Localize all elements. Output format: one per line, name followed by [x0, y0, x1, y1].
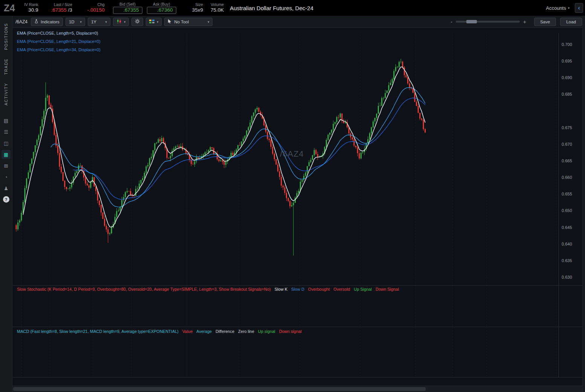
chart-settings-button[interactable] — [131, 18, 143, 26]
range-value: 1Y — [91, 20, 96, 24]
horizontal-scrollbar[interactable] — [12, 386, 585, 392]
indicators-button[interactable]: Indicators — [31, 18, 63, 26]
sidebar-tab-trade[interactable]: TRADE — [4, 58, 8, 75]
chevron-down-icon: ▾ — [568, 6, 570, 10]
symbol-expiry: Z4 — [4, 3, 15, 13]
zoom-slider[interactable] — [456, 21, 520, 23]
zoom-in-button[interactable]: + — [523, 19, 526, 25]
svg-text:0.675: 0.675 — [562, 125, 572, 130]
svg-text:0.690: 0.690 — [562, 75, 572, 80]
chevron-left-icon: ‹ — [578, 4, 580, 12]
svg-text:0.665: 0.665 — [562, 159, 572, 163]
svg-text:0.640: 0.640 — [562, 242, 572, 246]
bid-field: Bid (Sell) .67355 — [113, 2, 142, 14]
svg-text:0.650: 0.650 — [562, 208, 572, 213]
chevron-down-icon: ▾ — [208, 20, 209, 24]
accounts-menu[interactable]: Accounts ▾ — [546, 5, 570, 11]
volume-label: Volume — [211, 2, 224, 7]
chevron-down-icon: ▾ — [105, 20, 107, 24]
iv-rank-field: IV Rank 30.9 — [24, 2, 38, 14]
chart-toolbar: /6AZ4 Indicators 1D ▾ 1Y ▾ — [12, 16, 585, 28]
last-size-field: Last / Size .67355 /3 — [51, 2, 72, 14]
chart-region: 0.6300.6350.6400.6450.6500.6550.6600.665… — [12, 28, 585, 392]
timeframe-value: 1D — [69, 20, 75, 24]
chevron-down-icon: ▾ — [80, 20, 82, 24]
chart-type-dropdown[interactable]: ▾ — [113, 18, 129, 26]
active-tool-label: No Tool — [174, 20, 189, 24]
settings-gear-icon — [135, 19, 140, 24]
indicators-flask-icon — [34, 19, 38, 24]
iv-rank-value: 30.9 — [28, 7, 38, 14]
iv-rank-label: IV Rank — [24, 2, 38, 7]
ask-label: Ask (Buy) — [153, 2, 170, 7]
last-size-label: Last / Size — [54, 2, 72, 7]
chevron-down-icon: ▾ — [157, 20, 158, 24]
bid-button[interactable]: .67355 — [113, 7, 142, 14]
change-label: Chg — [97, 2, 104, 7]
indicators-label: Indicators — [41, 20, 60, 24]
toolbar-symbol: /6AZ4 — [15, 19, 27, 24]
accounts-label: Accounts — [546, 5, 566, 11]
volume-value: 75.0K — [211, 7, 224, 14]
news-icon[interactable]: ▤ — [2, 116, 11, 125]
trading-platform: /6AZ4 IV Rank 30.9 Last / Size .67355 /3… — [0, 0, 585, 392]
last-value: .67355 — [51, 7, 67, 13]
sidebar-tab-positions[interactable]: POSITIONS — [4, 23, 8, 50]
bid-label: Bid (Sell) — [119, 2, 136, 7]
volume-field: Volume 75.0K — [211, 2, 224, 14]
zoom-slider-thumb[interactable] — [466, 20, 477, 23]
watchlist-icon[interactable]: ☰ — [2, 127, 11, 136]
size-value: 35x9 — [192, 7, 203, 14]
people-icon[interactable]: ♟ — [2, 184, 11, 193]
instrument-title: Australian Dollar Futures, Dec-24 — [230, 5, 313, 11]
horizontal-scrollbar-thumb[interactable] — [13, 387, 426, 391]
ask-field: Ask (Buy) .67360 — [147, 2, 176, 14]
candlestick-chart-icon — [116, 19, 122, 24]
sidebar-tabs: POSITIONSTRADEACTIVITY — [4, 19, 8, 110]
range-dropdown[interactable]: 1Y ▾ — [88, 18, 110, 26]
svg-text:0.670: 0.670 — [562, 142, 572, 146]
change-field: Chg -.00150 — [87, 2, 105, 14]
sidebar-icons: ▤☰◫▦⊞◔♟? — [2, 115, 11, 204]
size-field: Size 35x9 — [192, 2, 203, 14]
left-sidebar: POSITIONSTRADEACTIVITY ▤☰◫▦⊞◔♟? — [0, 16, 12, 392]
chart-canvas[interactable]: 0.6300.6350.6400.6450.6500.6550.6600.665… — [12, 28, 585, 392]
load-button[interactable]: Load — [560, 18, 582, 26]
quote-header: /6AZ4 IV Rank 30.9 Last / Size .67355 /3… — [0, 0, 585, 16]
drawing-set-dropdown[interactable]: ▾ — [146, 18, 162, 26]
ask-button[interactable]: .67360 — [147, 7, 176, 14]
sidebar-tab-activity[interactable]: ACTIVITY — [4, 83, 8, 105]
change-value: -.00150 — [87, 7, 105, 14]
size-label: Size — [196, 2, 203, 7]
zoom-control: - + — [451, 19, 526, 25]
svg-text:0.630: 0.630 — [562, 275, 572, 279]
timeframe-dropdown[interactable]: 1D ▾ — [66, 18, 85, 26]
history-clock-icon[interactable]: ◔ — [2, 172, 11, 182]
chevron-down-icon: ▾ — [124, 20, 125, 24]
help-icon[interactable]: ? — [3, 196, 9, 203]
chart-icon[interactable]: ▦ — [2, 150, 11, 159]
chart-panel: /6AZ4 Indicators 1D ▾ 1Y ▾ — [12, 16, 585, 392]
svg-text:0.645: 0.645 — [562, 225, 572, 230]
svg-text:0.695: 0.695 — [562, 59, 572, 63]
save-button[interactable]: Save — [534, 18, 556, 26]
svg-text:0.660: 0.660 — [562, 175, 572, 180]
orders-icon[interactable]: ◫ — [2, 139, 11, 148]
collapse-panel-button[interactable]: ‹ — [575, 3, 583, 13]
svg-text:0.685: 0.685 — [562, 92, 572, 96]
svg-text:0.635: 0.635 — [562, 258, 572, 263]
cursor-icon — [168, 19, 172, 24]
last-size-suffix: /3 — [67, 7, 72, 13]
symbol-title: /6AZ4 — [4, 3, 15, 14]
svg-text:0.655: 0.655 — [562, 192, 572, 196]
drawing-set-icon — [149, 19, 154, 24]
active-tool-dropdown[interactable]: No Tool ▾ — [164, 18, 212, 26]
right-edge-strip — [582, 16, 585, 392]
grid-icon[interactable]: ⊞ — [2, 161, 11, 170]
zoom-out-button[interactable]: - — [451, 19, 452, 25]
svg-text:0.700: 0.700 — [562, 42, 572, 47]
